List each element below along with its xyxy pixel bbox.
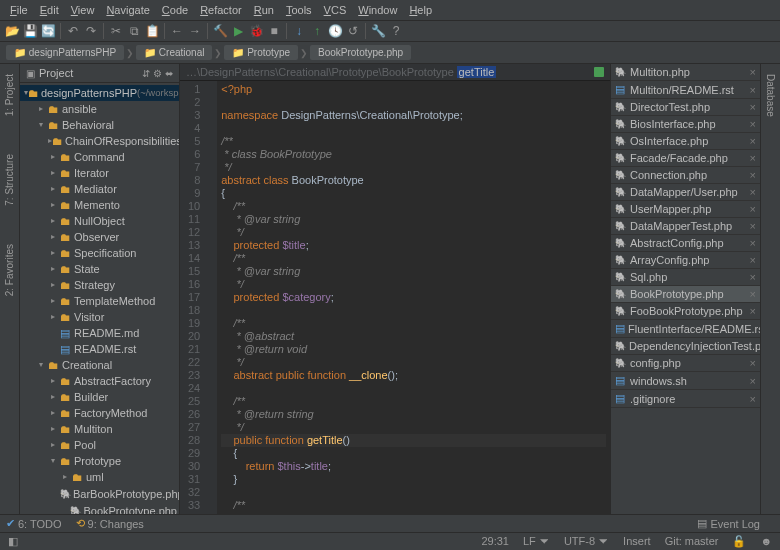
close-icon[interactable]: × bbox=[750, 101, 756, 113]
vcs-revert-icon[interactable]: ↺ bbox=[345, 23, 361, 39]
open-file-tab[interactable]: 🐘BiosInterface.php× bbox=[611, 116, 760, 133]
tree-node[interactable]: ▾🖿designPatternsPHP (~/workspace… bbox=[20, 85, 179, 101]
menu-code[interactable]: Code bbox=[156, 2, 194, 18]
tree-node[interactable]: ▾🖿Creational bbox=[20, 357, 179, 373]
tool-tab[interactable]: 7: Structure bbox=[2, 150, 17, 210]
tree-node[interactable]: ▸🖿Mediator bbox=[20, 181, 179, 197]
forward-icon[interactable]: → bbox=[187, 23, 203, 39]
close-icon[interactable]: × bbox=[750, 84, 756, 96]
project-collapse-icon[interactable]: ⬌ bbox=[165, 68, 173, 79]
open-icon[interactable]: 📂 bbox=[4, 23, 20, 39]
git-branch[interactable]: Git: master bbox=[665, 535, 719, 548]
tree-node[interactable]: ▸🖿FactoryMethod bbox=[20, 405, 179, 421]
menu-file[interactable]: File bbox=[4, 2, 34, 18]
close-icon[interactable]: × bbox=[750, 237, 756, 249]
sync-icon[interactable]: 🔄 bbox=[40, 23, 56, 39]
open-file-tab[interactable]: 🐘config.php× bbox=[611, 355, 760, 372]
menu-window[interactable]: Window bbox=[352, 2, 403, 18]
caret-position[interactable]: 29:31 bbox=[481, 535, 509, 548]
tree-node[interactable]: ▸🖿Observer bbox=[20, 229, 179, 245]
open-file-tab[interactable]: 🐘ArrayConfig.php× bbox=[611, 252, 760, 269]
open-file-tab[interactable]: 🐘BookPrototype.php× bbox=[611, 286, 760, 303]
stop-icon[interactable]: ■ bbox=[266, 23, 282, 39]
close-icon[interactable]: × bbox=[750, 118, 756, 130]
close-icon[interactable]: × bbox=[750, 186, 756, 198]
changes-tool-button[interactable]: ⟲9: Changes bbox=[76, 517, 144, 530]
tool-tab[interactable]: 2: Favorites bbox=[2, 240, 17, 300]
tree-node[interactable]: ▸🖿Multiton bbox=[20, 421, 179, 437]
menu-view[interactable]: View bbox=[65, 2, 101, 18]
help-icon[interactable]: ? bbox=[388, 23, 404, 39]
tree-node[interactable]: ▾🖿Prototype bbox=[20, 453, 179, 469]
settings-icon[interactable]: 🔧 bbox=[370, 23, 386, 39]
breadcrumb-item[interactable]: 📁 Creational bbox=[136, 45, 212, 60]
tree-node[interactable]: ▸🖿Specification bbox=[20, 245, 179, 261]
menu-refactor[interactable]: Refactor bbox=[194, 2, 248, 18]
open-file-tab[interactable]: ▤Multiton/README.rst× bbox=[611, 81, 760, 99]
run-icon[interactable]: ▶ bbox=[230, 23, 246, 39]
close-icon[interactable]: × bbox=[750, 203, 756, 215]
open-file-tab[interactable]: ▤windows.sh× bbox=[611, 372, 760, 390]
close-icon[interactable]: × bbox=[750, 152, 756, 164]
tree-node[interactable]: ▸🖿State bbox=[20, 261, 179, 277]
breadcrumb-item[interactable]: 📁 designPatternsPHP bbox=[6, 45, 124, 60]
close-icon[interactable]: × bbox=[750, 288, 756, 300]
open-file-tab[interactable]: 🐘Connection.php× bbox=[611, 167, 760, 184]
undo-icon[interactable]: ↶ bbox=[65, 23, 81, 39]
tree-node[interactable]: ▸🖿uml bbox=[20, 469, 179, 485]
tree-node[interactable]: ▸🖿ChainOfResponsibilities bbox=[20, 133, 179, 149]
todo-tool-button[interactable]: ✔6: TODO bbox=[6, 517, 62, 530]
project-view-dropdown[interactable]: ⇵ bbox=[142, 68, 150, 79]
close-icon[interactable]: × bbox=[750, 169, 756, 181]
open-file-tab[interactable]: 🐘DependencyInjectionTest.php× bbox=[611, 338, 760, 355]
open-file-tab[interactable]: ▤.gitignore× bbox=[611, 390, 760, 408]
open-file-tab[interactable]: 🐘OsInterface.php× bbox=[611, 133, 760, 150]
insert-mode[interactable]: Insert bbox=[623, 535, 651, 548]
close-icon[interactable]: × bbox=[750, 220, 756, 232]
code-area[interactable]: 1234567891011121314151617181920212223242… bbox=[180, 81, 610, 514]
tree-node[interactable]: ▸🖿Builder bbox=[20, 389, 179, 405]
project-tree[interactable]: ▾🖿designPatternsPHP (~/workspace…▸🖿ansib… bbox=[20, 83, 179, 514]
status-indicator-icon[interactable]: ◧ bbox=[8, 535, 18, 548]
breadcrumb-item[interactable]: BookPrototype.php bbox=[310, 45, 411, 60]
tree-node[interactable]: ▸🖿Memento bbox=[20, 197, 179, 213]
menu-navigate[interactable]: Navigate bbox=[100, 2, 155, 18]
tree-node[interactable]: ▤README.rst bbox=[20, 341, 179, 357]
open-file-tab[interactable]: 🐘FooBookPrototype.php× bbox=[611, 303, 760, 320]
open-file-tab[interactable]: 🐘DataMapper/User.php× bbox=[611, 184, 760, 201]
readonly-lock-icon[interactable]: 🔓 bbox=[732, 535, 746, 548]
cut-icon[interactable]: ✂ bbox=[108, 23, 124, 39]
tree-node[interactable]: ▤README.md bbox=[20, 325, 179, 341]
back-icon[interactable]: ← bbox=[169, 23, 185, 39]
open-file-tab[interactable]: ▤FluentInterface/README.rst× bbox=[611, 320, 760, 338]
open-file-tab[interactable]: 🐘DataMapperTest.php× bbox=[611, 218, 760, 235]
tool-tab[interactable]: Database bbox=[763, 70, 778, 121]
close-icon[interactable]: × bbox=[750, 66, 756, 78]
vcs-commit-icon[interactable]: ↑ bbox=[309, 23, 325, 39]
tree-node[interactable]: ▸🖿Pool bbox=[20, 437, 179, 453]
vcs-update-icon[interactable]: ↓ bbox=[291, 23, 307, 39]
file-encoding[interactable]: UTF-8 ⏷ bbox=[564, 535, 609, 548]
menu-tools[interactable]: Tools bbox=[280, 2, 318, 18]
save-icon[interactable]: 💾 bbox=[22, 23, 38, 39]
copy-icon[interactable]: ⧉ bbox=[126, 23, 142, 39]
menu-edit[interactable]: Edit bbox=[34, 2, 65, 18]
tree-node[interactable]: 🐘BarBookPrototype.php bbox=[20, 485, 179, 502]
build-icon[interactable]: 🔨 bbox=[212, 23, 228, 39]
close-icon[interactable]: × bbox=[750, 271, 756, 283]
vcs-history-icon[interactable]: 🕓 bbox=[327, 23, 343, 39]
tree-node[interactable]: ▸🖿Command bbox=[20, 149, 179, 165]
close-icon[interactable]: × bbox=[750, 375, 756, 387]
tree-node[interactable]: ▸🖿Strategy bbox=[20, 277, 179, 293]
menu-help[interactable]: Help bbox=[403, 2, 438, 18]
open-file-tab[interactable]: 🐘UserMapper.php× bbox=[611, 201, 760, 218]
hector-icon[interactable]: ☻ bbox=[760, 535, 772, 548]
event-log-button[interactable]: ▤ Event Log bbox=[697, 517, 760, 530]
menu-run[interactable]: Run bbox=[248, 2, 280, 18]
tree-node[interactable]: ▸🖿ansible bbox=[20, 101, 179, 117]
tool-tab[interactable]: 1: Project bbox=[2, 70, 17, 120]
open-file-tab[interactable]: 🐘Facade/Facade.php× bbox=[611, 150, 760, 167]
project-settings-icon[interactable]: ⚙ bbox=[153, 68, 162, 79]
open-file-tab[interactable]: 🐘Multiton.php× bbox=[611, 64, 760, 81]
paste-icon[interactable]: 📋 bbox=[144, 23, 160, 39]
